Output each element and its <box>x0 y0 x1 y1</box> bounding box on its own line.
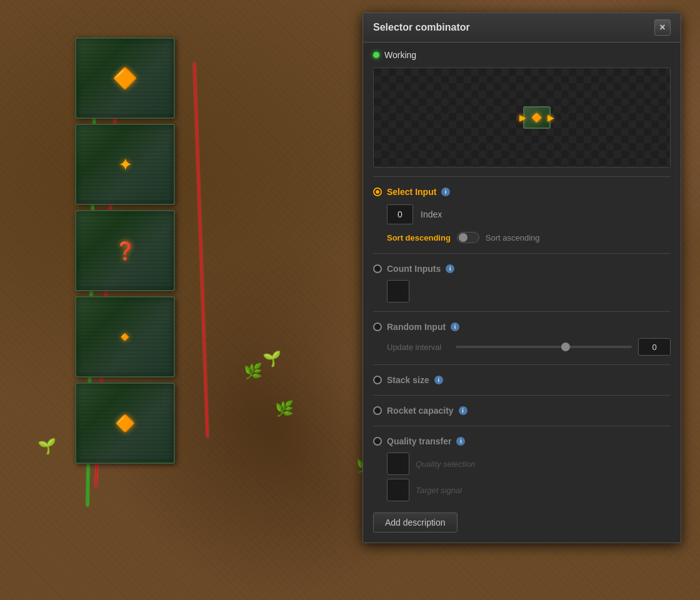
plant-decoration: 🌱 <box>38 438 56 455</box>
quality-selection-placeholder: Quality selection <box>416 459 475 469</box>
machine-2: ✦ <box>75 124 175 205</box>
quality-selection-row: Quality selection <box>387 452 671 475</box>
random-input-label: Random Input <box>387 322 446 332</box>
quality-slots: Quality selection Target signal <box>373 450 671 504</box>
quality-transfer-info-icon[interactable]: i <box>456 437 465 446</box>
index-label: Index <box>421 209 442 219</box>
select-input-option[interactable]: Select Input i <box>373 183 671 201</box>
stack-size-label: Stack size <box>387 375 429 385</box>
update-interval-label: Update interval <box>387 342 449 352</box>
quality-transfer-option[interactable]: Quality transfer i <box>373 432 671 450</box>
stack-size-info-icon[interactable]: i <box>434 376 443 384</box>
machine-icon-2: ✦ <box>118 154 132 175</box>
close-button[interactable]: × <box>654 19 671 36</box>
quality-transfer-radio[interactable] <box>373 437 382 446</box>
count-inputs-signal-slot[interactable] <box>387 280 409 302</box>
rocket-capacity-radio[interactable] <box>373 406 382 415</box>
divider-6 <box>373 426 671 426</box>
sort-toggle-row: Sort descending Sort ascending <box>373 228 671 247</box>
rocket-capacity-option[interactable]: Rocket capacity i <box>373 402 671 419</box>
index-row: Index <box>373 201 671 228</box>
target-signal-placeholder: Target signal <box>416 486 462 495</box>
interval-slider-thumb[interactable] <box>561 342 570 351</box>
count-inputs-slot-row <box>373 278 671 305</box>
plant-decoration: 🌿 <box>275 400 294 418</box>
select-input-radio[interactable] <box>373 188 382 196</box>
toggle-thumb <box>459 233 468 242</box>
random-input-option[interactable]: Random Input i <box>373 318 671 336</box>
machine-1: 🔶 <box>75 38 175 119</box>
sort-toggle-switch[interactable] <box>457 232 479 243</box>
machine-3: ❓ <box>75 210 175 291</box>
dialog-body: Working 🔶 Select Input i Index Sort desc… <box>363 42 681 542</box>
preview-machine-icon: 🔶 <box>531 112 542 122</box>
divider-5 <box>373 395 671 396</box>
machine-icon-3: ❓ <box>114 241 136 261</box>
machine-4: 🔸 <box>75 296 175 378</box>
interval-input[interactable] <box>638 338 671 356</box>
status-dot <box>373 52 379 58</box>
count-inputs-info-icon[interactable]: i <box>446 264 454 273</box>
add-description-button[interactable]: Add description <box>373 512 458 532</box>
target-signal-slot[interactable] <box>387 479 409 501</box>
divider-2 <box>373 253 671 254</box>
update-interval-row: Update interval <box>373 336 671 358</box>
machine-icon-1: 🔶 <box>112 66 138 90</box>
machine-5: 🔶 <box>75 382 175 464</box>
quality-transfer-label: Quality transfer <box>387 436 451 446</box>
quality-selection-slot[interactable] <box>387 452 409 475</box>
count-inputs-label: Count Inputs <box>387 264 441 274</box>
status-text: Working <box>384 50 416 60</box>
preview-area: 🔶 <box>373 68 671 168</box>
target-signal-row: Target signal <box>387 479 671 501</box>
plant-decoration: 🌿 <box>244 362 262 380</box>
interval-slider-track[interactable] <box>456 346 632 348</box>
divider-4 <box>373 364 671 365</box>
sort-ascending-label: Sort ascending <box>486 233 540 242</box>
index-input[interactable] <box>387 204 413 224</box>
select-input-label: Select Input <box>387 187 436 197</box>
stack-size-option[interactable]: Stack size i <box>373 371 671 389</box>
count-inputs-radio[interactable] <box>373 264 382 273</box>
machine-icon-5: 🔶 <box>115 414 135 433</box>
preview-machine: 🔶 <box>522 105 552 130</box>
random-input-info-icon[interactable]: i <box>451 322 459 331</box>
machine-icon-4: 🔸 <box>112 325 138 349</box>
status-bar: Working <box>373 50 671 60</box>
dialog-title: Selector combinator <box>373 22 470 33</box>
random-input-radio[interactable] <box>373 322 382 331</box>
plant-decoration: 🌱 <box>262 350 281 368</box>
machines-column: 🔶 ✦ ❓ 🔸 🔶 <box>75 38 200 464</box>
preview-machine-body: 🔶 <box>523 106 551 129</box>
select-input-info-icon[interactable]: i <box>441 188 450 196</box>
selector-combinator-dialog: Selector combinator × Working 🔶 Select I… <box>362 12 681 543</box>
rocket-capacity-info-icon[interactable]: i <box>459 406 468 415</box>
rocket-capacity-label: Rocket capacity <box>387 406 454 416</box>
count-inputs-option[interactable]: Count Inputs i <box>373 260 671 278</box>
stack-size-radio[interactable] <box>373 376 382 384</box>
sort-descending-label: Sort descending <box>387 233 451 242</box>
dialog-header: Selector combinator × <box>363 13 681 42</box>
divider-3 <box>373 311 671 312</box>
divider-1 <box>373 176 671 177</box>
